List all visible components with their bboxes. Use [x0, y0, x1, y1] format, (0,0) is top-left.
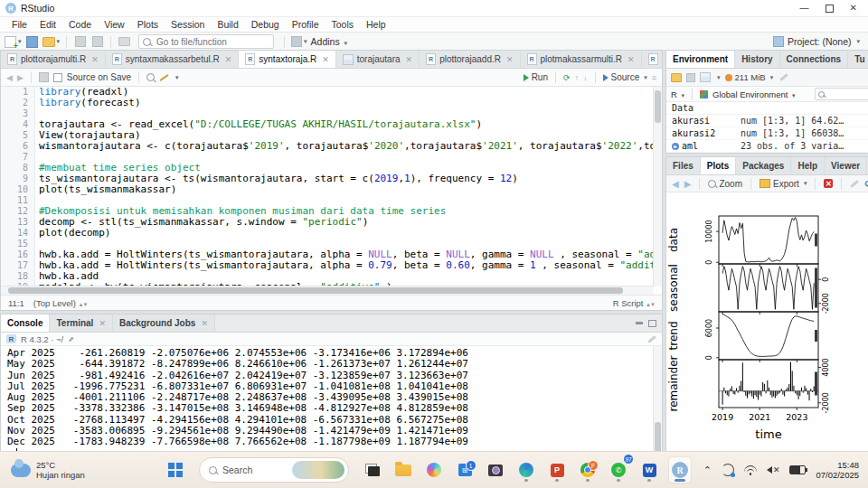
code-tools-icon[interactable] — [159, 74, 168, 81]
tab-history[interactable]: History — [735, 51, 779, 68]
weather-widget[interactable]: 25°C Hujan ringan — [0, 460, 165, 480]
editor-horizontal-scrollbar[interactable] — [1, 286, 654, 295]
import-dataset-icon[interactable] — [700, 72, 711, 82]
minimize-button[interactable]: — — [800, 4, 809, 13]
tab-tu[interactable]: Tu — [848, 51, 868, 68]
new-file-button[interactable]: ▾ — [5, 35, 22, 49]
environment-search[interactable] — [815, 88, 868, 100]
taskbar-search[interactable]: Search — [199, 457, 349, 483]
source-button[interactable]: Source▾ — [603, 72, 647, 82]
menu-view[interactable]: View — [98, 19, 131, 30]
rerun-button[interactable]: ⟳ — [563, 73, 571, 82]
close-tab-icon[interactable]: ✕ — [322, 55, 329, 64]
addins-menu[interactable]: Addins ▾ — [311, 36, 348, 47]
editor-vertical-scrollbar[interactable] — [653, 87, 662, 286]
close-tab-icon[interactable]: ✕ — [406, 55, 413, 64]
environment-row[interactable]: ▶aml23 obs. of 3 varia… — [666, 140, 868, 153]
clear-environment-icon[interactable] — [779, 73, 788, 81]
global-env-selector[interactable]: Global Environment ▾ — [712, 89, 796, 99]
doc-type-selector[interactable]: R Script ▲▼ — [613, 298, 655, 308]
run-button[interactable]: Run — [524, 72, 548, 82]
close-tab-icon[interactable]: ✕ — [225, 55, 232, 64]
update-sync-icon[interactable] — [722, 464, 734, 476]
clock[interactable]: 15:48 07/02/2025 — [816, 460, 859, 480]
tab-console[interactable]: Console — [1, 314, 50, 332]
tab-environment[interactable]: Environment — [666, 51, 735, 68]
whatsapp-button[interactable]: ✆97 — [608, 457, 629, 483]
new-project-button[interactable] — [25, 35, 39, 49]
goto-file-input[interactable] — [155, 36, 278, 48]
print-button[interactable] — [118, 35, 131, 49]
tab-plotmakassaraddit[interactable]: Rplotmakassaraddit✕ — [642, 51, 662, 68]
tab-packages[interactable]: Packages — [736, 157, 791, 174]
next-plot-icon[interactable]: ▶ — [684, 179, 692, 189]
menu-code[interactable]: Code — [62, 19, 98, 30]
powerpoint-button[interactable]: P — [546, 457, 568, 483]
load-workspace-icon[interactable] — [671, 73, 682, 82]
environment-row[interactable]: akurasinum [1:3, 1] 64.62… — [666, 115, 868, 127]
tab-background-jobs[interactable]: Background Jobs✕ — [113, 314, 215, 332]
minimize-pane-icon[interactable] — [636, 322, 643, 324]
source-on-save-checkbox[interactable] — [53, 73, 62, 82]
tab-plottorajaadd-r[interactable]: Rplottorajaadd.R✕ — [420, 51, 520, 68]
menu-tools[interactable]: Tools — [325, 19, 360, 30]
environment-row[interactable]: akurasi2num [1:3, 1] 66038… — [666, 127, 868, 140]
forward-icon[interactable]: ▶ — [17, 73, 24, 82]
panes-layout-button[interactable]: ▾ — [291, 35, 307, 49]
close-button[interactable]: ✕ — [850, 4, 857, 13]
console-output[interactable]: Apr 2025 -261.260819 -2.075076e+06 2.074… — [1, 346, 662, 451]
tab-plots[interactable]: Plots — [701, 157, 736, 174]
clear-plots-icon[interactable] — [851, 180, 860, 188]
menu-help[interactable]: Help — [360, 19, 392, 30]
tab-plottorajamulti-r[interactable]: Rplottorajamulti.R✕ — [1, 51, 106, 68]
project-menu[interactable]: Project: (None)▾ — [773, 36, 863, 47]
export-plot-button[interactable]: Export▾ — [760, 179, 807, 189]
memory-usage[interactable]: 211 MiB▾ — [725, 72, 774, 82]
close-tab-icon[interactable]: ✕ — [627, 55, 635, 64]
wifi-icon[interactable] — [744, 465, 757, 474]
remove-plot-button[interactable]: ✕ — [824, 179, 833, 188]
find-replace-icon[interactable] — [146, 73, 155, 81]
tab-syntaxtoraja-r[interactable]: Rsyntaxtoraja.R✕ — [239, 51, 335, 68]
menu-edit[interactable]: Edit — [33, 19, 62, 30]
save-button[interactable] — [73, 35, 87, 49]
tray-chevron-icon[interactable]: ⌃ — [703, 465, 712, 476]
menu-debug[interactable]: Debug — [245, 19, 286, 30]
scope-selector[interactable]: (Top Level) ▲▼ — [33, 298, 88, 308]
code-editor[interactable]: 1library(readxl)2library(forecast)34tora… — [1, 87, 662, 295]
save-workspace-icon[interactable] — [686, 73, 695, 82]
restore-button[interactable] — [826, 5, 834, 13]
outline-icon[interactable]: ≡ — [652, 73, 656, 82]
menu-build[interactable]: Build — [211, 19, 244, 30]
tab-syntaxmakassarbetul-r[interactable]: Rsyntaxmakassarbetul.R✕ — [106, 51, 239, 68]
tab-plotmakassarmulti-r[interactable]: Rplotmakassarmulti.R✕ — [521, 51, 642, 68]
source-up-icon[interactable]: ↑ — [575, 73, 580, 82]
save-doc-icon[interactable] — [39, 72, 49, 82]
copilot-button[interactable] — [423, 457, 445, 483]
battery-icon[interactable] — [789, 465, 806, 474]
word-button[interactable]: W — [638, 457, 660, 483]
menu-plots[interactable]: Plots — [131, 19, 165, 30]
popout-icon[interactable]: ⬈ — [68, 335, 74, 343]
back-icon[interactable]: ◀ — [6, 73, 13, 82]
tab-terminal[interactable]: Terminal✕ — [50, 314, 112, 332]
close-tab-icon[interactable]: ✕ — [91, 55, 99, 64]
tab-files[interactable]: Files — [666, 157, 701, 174]
microsoft-store-button[interactable]: ⊞1 — [454, 457, 476, 483]
refresh-plot-icon[interactable]: ⟳ — [864, 179, 868, 189]
rstudio-taskbar-button[interactable]: R — [669, 457, 691, 483]
maximize-pane-icon[interactable] — [648, 320, 656, 327]
task-view-button[interactable] — [362, 457, 383, 483]
zoom-plot-button[interactable]: Zoom — [708, 179, 742, 189]
menu-session[interactable]: Session — [165, 19, 211, 30]
source-down-icon[interactable]: ↓ — [583, 73, 588, 82]
tab-viewer[interactable]: Viewer — [825, 157, 867, 174]
close-tab-icon[interactable]: ✕ — [506, 55, 514, 64]
camera-button[interactable] — [485, 457, 506, 483]
chrome-button[interactable]: F — [577, 457, 599, 483]
open-file-button[interactable]: ▾ — [42, 35, 61, 49]
tab-connections[interactable]: Connections — [780, 51, 849, 68]
language-selector[interactable]: R ▾ — [671, 89, 684, 99]
start-button[interactable] — [165, 457, 186, 483]
close-tab-icon[interactable]: ✕ — [99, 319, 106, 328]
